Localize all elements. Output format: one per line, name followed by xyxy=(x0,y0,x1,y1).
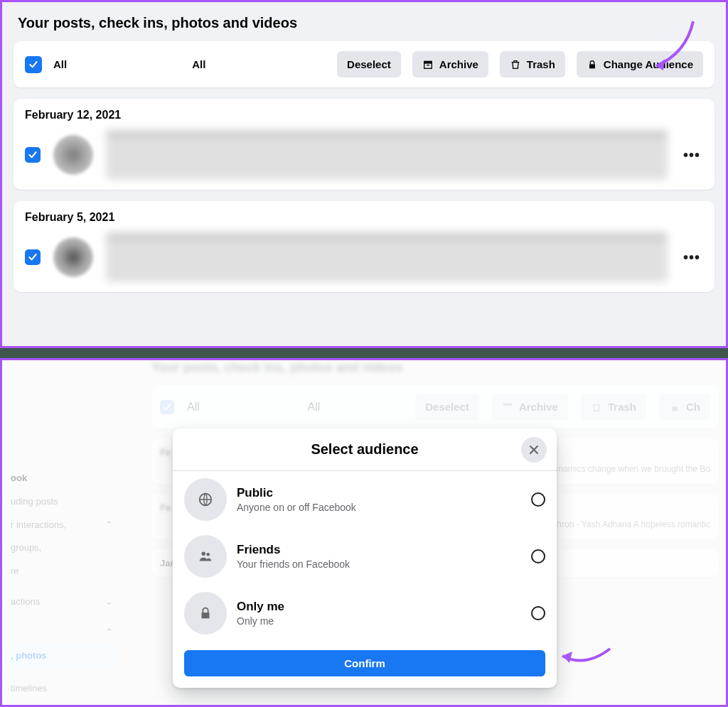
post-date: February 5, 2021 xyxy=(25,211,703,224)
audience-option-onlyme[interactable]: Only me Only me xyxy=(173,585,557,642)
chevron-down-icon: ⌄ xyxy=(105,595,113,610)
svg-rect-6 xyxy=(672,406,678,411)
audience-option-friends[interactable]: Friends Your friends on Facebook xyxy=(173,528,557,585)
svg-rect-2 xyxy=(427,65,429,65)
archive-button[interactable]: Archive xyxy=(412,51,488,77)
radio-button[interactable] xyxy=(531,549,545,563)
option-title: Only me xyxy=(237,600,521,614)
svg-rect-3 xyxy=(589,64,595,68)
annotation-arrow xyxy=(557,643,614,671)
svg-point-9 xyxy=(206,553,210,556)
radio-button[interactable] xyxy=(531,492,545,507)
svg-rect-5 xyxy=(503,403,512,405)
option-subtitle: Only me xyxy=(237,615,521,627)
post-menu-icon[interactable]: ••• xyxy=(680,249,703,266)
select-all-checkbox[interactable] xyxy=(25,56,42,73)
lock-icon xyxy=(198,605,213,621)
post-avatar xyxy=(53,237,93,277)
trash-icon xyxy=(510,59,521,70)
audience-modal-panel: ook uding posts r interactions,⌃ groups,… xyxy=(0,358,728,707)
option-title: Public xyxy=(237,486,521,500)
post-content xyxy=(106,232,668,282)
svg-rect-10 xyxy=(202,612,210,618)
activity-log-panel: Your posts, check ins, photos and videos… xyxy=(0,0,728,348)
modal-title: Select audience xyxy=(311,441,418,458)
svg-rect-1 xyxy=(424,63,432,68)
activity-toolbar: All All Deselect Archive Trash Change Au… xyxy=(14,41,714,87)
post-card: February 5, 2021 ••• xyxy=(14,201,714,292)
option-subtitle: Your friends on Facebook xyxy=(237,558,521,570)
lock-icon xyxy=(587,59,598,70)
deselect-button[interactable]: Deselect xyxy=(337,51,401,77)
post-checkbox[interactable] xyxy=(25,147,41,163)
confirm-button[interactable]: Confirm xyxy=(184,650,545,676)
post-menu-icon[interactable]: ••• xyxy=(680,147,703,163)
annotation-arrow xyxy=(643,18,700,75)
post-avatar xyxy=(53,135,93,175)
chevron-down-icon: ⌃ xyxy=(105,518,113,533)
section-divider xyxy=(0,348,728,358)
close-icon xyxy=(527,443,541,457)
chevron-up-icon: ⌃ xyxy=(105,625,113,640)
post-date: February 12, 2021 xyxy=(25,109,703,122)
option-subtitle: Anyone on or off Facebook xyxy=(237,502,521,513)
globe-icon xyxy=(198,492,213,507)
close-button[interactable] xyxy=(521,437,547,463)
audience-option-public[interactable]: Public Anyone on or off Facebook xyxy=(173,471,557,528)
select-audience-modal: Select audience Public Anyone on or off … xyxy=(173,428,557,688)
post-content xyxy=(106,130,668,180)
option-title: Friends xyxy=(237,543,521,557)
svg-point-8 xyxy=(202,552,206,556)
friends-icon xyxy=(198,549,213,564)
page-title: Your posts, check ins, photos and videos xyxy=(18,15,710,31)
post-card: February 12, 2021 ••• xyxy=(14,99,714,190)
radio-button[interactable] xyxy=(531,606,545,620)
sidebar-fragment: ook uding posts r interactions,⌃ groups,… xyxy=(2,360,116,705)
svg-marker-11 xyxy=(562,652,572,663)
select-all-label: All xyxy=(53,58,67,70)
post-checkbox[interactable] xyxy=(25,249,41,265)
trash-button[interactable]: Trash xyxy=(500,51,565,77)
archive-icon xyxy=(422,59,434,70)
filter-dropdown[interactable]: All xyxy=(192,58,205,70)
